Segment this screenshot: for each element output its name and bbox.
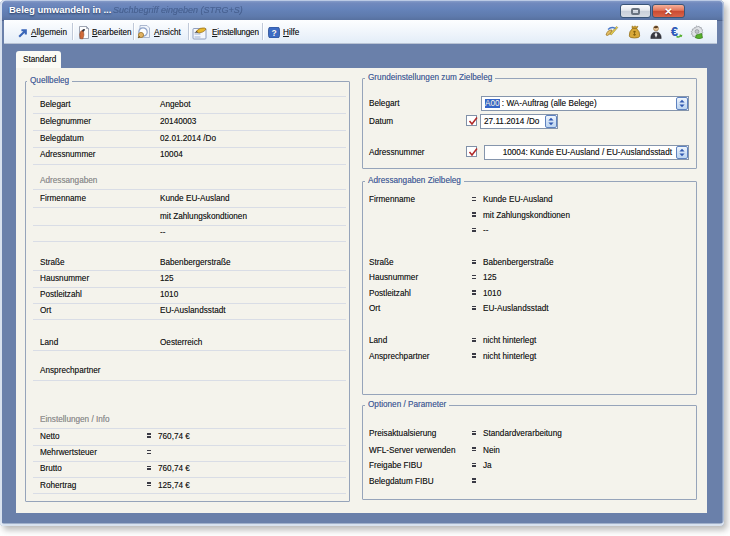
svg-text:?: ? — [271, 28, 276, 38]
